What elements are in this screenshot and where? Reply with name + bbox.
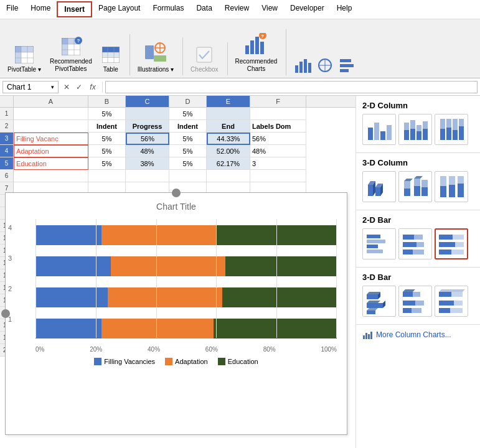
col-header-D[interactable]: D	[169, 96, 207, 107]
illustrations-button[interactable]: Illustrations ▾	[134, 37, 177, 75]
svg-rect-28	[245, 45, 249, 54]
svg-rect-125	[365, 333, 367, 339]
cell-c5[interactable]: 38%	[126, 157, 169, 170]
stacked-column-btn[interactable]	[398, 114, 432, 145]
stacked-bar-btn[interactable]	[398, 228, 432, 259]
menu-view[interactable]: View	[255, 1, 284, 17]
cell-f4[interactable]: 48%	[250, 145, 306, 157]
row-num-6[interactable]: 6	[0, 170, 14, 182]
table-row: 5% 5%	[14, 108, 355, 120]
cell-b1[interactable]: 5%	[88, 108, 126, 120]
menu-review[interactable]: Review	[219, 1, 255, 17]
svg-rect-27	[197, 47, 212, 62]
menu-pagelayout[interactable]: Page Layout	[92, 1, 146, 17]
formula-confirm-icon[interactable]: ✓	[73, 82, 85, 93]
formula-cancel-icon[interactable]: ✕	[61, 82, 72, 93]
menu-developer[interactable]: Developer	[284, 1, 331, 17]
cell-reference-box[interactable]: Chart 1 ▾	[2, 81, 59, 93]
cell-a3[interactable]: Filling Vacanc	[14, 133, 88, 145]
col-header-E[interactable]: E	[207, 96, 250, 107]
cell-c4[interactable]: 48%	[126, 145, 169, 157]
cell-e5[interactable]: 62.17%	[207, 157, 250, 170]
more-charts-link[interactable]: More Column Charts...	[362, 330, 474, 340]
menu-file[interactable]: File	[0, 1, 24, 17]
cell-f2[interactable]: Labels Dom	[250, 120, 306, 133]
cell-c3[interactable]: 56%	[126, 133, 169, 145]
3d-stacked-column-btn[interactable]	[398, 171, 432, 202]
cell-e1[interactable]	[207, 108, 250, 120]
svg-rect-103	[367, 294, 378, 299]
cell-c1[interactable]	[126, 108, 169, 120]
100-stacked-bar-btn[interactable]	[435, 228, 468, 259]
row-num-1[interactable]: 1	[0, 108, 14, 120]
cell-d2[interactable]: Indent	[169, 120, 207, 133]
cell-b4[interactable]: 5%	[88, 145, 126, 157]
100-stacked-column-btn[interactable]	[435, 114, 468, 145]
cell-d4[interactable]: 5%	[169, 145, 207, 157]
menu-insert[interactable]: Insert	[57, 1, 92, 17]
formula-input[interactable]	[105, 81, 478, 93]
3d-stacked-bar-btn[interactable]	[398, 286, 432, 317]
scroll-handle-top[interactable]	[172, 189, 181, 197]
menu-data[interactable]: Data	[190, 1, 218, 17]
line-chart-icon[interactable]	[315, 55, 335, 75]
formula-fx-icon[interactable]: fx	[86, 82, 100, 93]
cell-e3[interactable]: 44.33%	[207, 133, 250, 145]
cell-b2[interactable]: Indent	[88, 120, 126, 133]
3d-clustered-column-btn[interactable]	[362, 171, 396, 202]
cell-d3[interactable]: 5%	[169, 133, 207, 145]
cell-a1[interactable]	[14, 108, 88, 120]
svg-rect-34	[295, 65, 298, 73]
col-header-C[interactable]: C	[126, 96, 169, 107]
3d-clustered-bar-btn[interactable]	[362, 286, 396, 317]
svg-rect-116	[412, 308, 421, 313]
col-header-A[interactable]: A	[14, 96, 88, 107]
cell-f5[interactable]: 3	[250, 157, 306, 170]
column-chart-icon[interactable]	[293, 55, 313, 75]
menu-help[interactable]: Help	[331, 1, 359, 17]
menu-formulas[interactable]: Formulas	[146, 1, 190, 17]
svg-rect-46	[380, 131, 385, 140]
cell-a5[interactable]: Education	[14, 157, 88, 170]
cell-b3[interactable]: 5%	[88, 133, 126, 145]
row-num-3[interactable]: 3	[0, 133, 14, 145]
svg-rect-45	[374, 123, 379, 140]
svg-rect-127	[370, 332, 372, 339]
row-num-2[interactable]: 2	[0, 120, 14, 133]
recommended-pivottables-button[interactable]: ? RecommendedPivotTables	[47, 34, 95, 75]
cell-ref-text: Chart 1	[7, 83, 31, 91]
clustered-column-btn[interactable]	[362, 114, 396, 145]
row-num-4[interactable]: 4	[0, 145, 14, 157]
cell-f3[interactable]: 56%	[250, 133, 306, 145]
svg-rect-86	[367, 235, 380, 238]
3d-100-stacked-bar-btn[interactable]	[435, 286, 468, 317]
col-header-F[interactable]: F	[250, 96, 306, 107]
clustered-bar-btn[interactable]	[362, 228, 396, 259]
chart-container[interactable]: Chart Title 4 3 2 1	[5, 192, 347, 435]
cell-e2[interactable]: End	[207, 120, 250, 133]
menu-home[interactable]: Home	[24, 1, 57, 17]
svg-rect-97	[439, 235, 453, 240]
recommended-charts-button[interactable]: ? RecommendedCharts	[232, 29, 281, 75]
cell-d1[interactable]: 5%	[169, 108, 207, 120]
svg-marker-112	[403, 289, 415, 292]
pivottable-button[interactable]: PivotTable ▾	[4, 42, 45, 75]
checkbox-button[interactable]: Checkbox	[187, 42, 222, 75]
table-button[interactable]: Table	[97, 42, 125, 75]
cell-c2[interactable]: Progress	[126, 120, 169, 133]
svg-rect-91	[414, 235, 423, 240]
cell-a4[interactable]: Adaptation	[14, 145, 88, 157]
cell-d5[interactable]: 5%	[169, 157, 207, 170]
row-num-5[interactable]: 5	[0, 157, 14, 170]
bar-chart-horizontal-icon[interactable]	[337, 55, 357, 75]
svg-rect-48	[404, 130, 409, 140]
svg-rect-63	[459, 126, 464, 140]
col-header-B[interactable]: B	[88, 96, 126, 107]
3d-100-stacked-column-btn[interactable]	[435, 171, 468, 202]
cell-b5[interactable]: 5%	[88, 157, 126, 170]
section-title-3d-bar: 3-D Bar	[362, 273, 474, 282]
svg-rect-81	[440, 186, 446, 197]
cell-e4[interactable]: 52.00%	[207, 145, 250, 157]
cell-a2[interactable]	[14, 120, 88, 133]
cell-f1[interactable]	[250, 108, 306, 120]
